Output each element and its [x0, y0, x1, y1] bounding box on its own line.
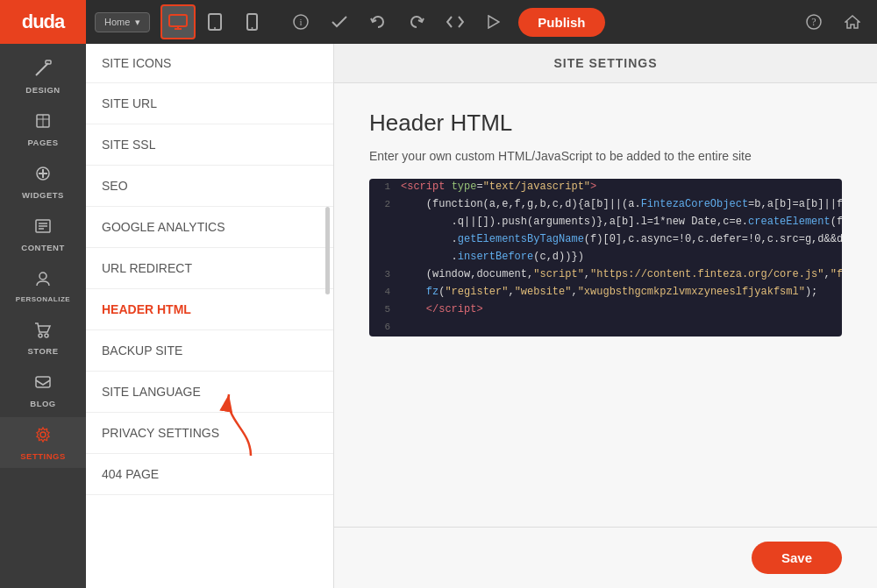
- design-icon: [34, 60, 52, 81]
- home-button[interactable]: [835, 4, 870, 39]
- code-line-2b: .getElementsByTagName(f)[0],c.async=!0,c…: [369, 231, 842, 249]
- sidebar-item-label-personalize: PERSONALIZE: [16, 295, 70, 303]
- code-line-5: 5 </script>: [369, 301, 842, 319]
- settings-nav-privacy-settings[interactable]: PRIVACY SETTINGS: [86, 413, 333, 454]
- page-description: Enter your own custom HTML/JavaScript to…: [369, 149, 842, 163]
- content-icon: [34, 217, 52, 239]
- svg-line-15: [36, 73, 39, 75]
- settings-nav-site-url[interactable]: SITE URL: [86, 83, 333, 124]
- center-toolbar: i: [283, 4, 511, 39]
- settings-nav-header-html[interactable]: HEADER HTML: [86, 289, 333, 330]
- mobile-view-button[interactable]: [234, 4, 269, 39]
- settings-nav-google-analytics[interactable]: GOOGLE ANALYTICS: [86, 207, 333, 248]
- code-line-6: 6: [369, 319, 842, 337]
- code-line-2: 2 (function(a,e,f,g,b,c,d){a[b]||(a.Fint…: [369, 196, 842, 214]
- code-line-2c: .insertBefore(c,d))}): [369, 249, 842, 266]
- svg-point-28: [45, 334, 48, 337]
- sidebar-item-settings[interactable]: SETTINGS: [0, 417, 86, 468]
- topbar-right: ?: [796, 4, 870, 39]
- left-sidebar: DESIGN PAGES WIDGETS CONTENT PERSONALIZE: [0, 44, 86, 588]
- page-selector[interactable]: Home ▾: [95, 12, 150, 32]
- page-name: Home: [104, 17, 130, 27]
- pages-icon: [34, 112, 52, 134]
- sidebar-item-label-store: STORE: [27, 346, 58, 356]
- site-icons-label: SITE ICONS: [102, 56, 171, 70]
- svg-rect-14: [46, 60, 51, 64]
- svg-point-30: [40, 432, 46, 437]
- settings-nav-backup-site[interactable]: BACKUP SITE: [86, 330, 333, 372]
- blog-icon: [34, 373, 52, 395]
- sidebar-item-content[interactable]: CONTENT: [0, 209, 86, 259]
- chevron-down-icon: ▾: [135, 17, 140, 28]
- sidebar-item-pages[interactable]: PAGES: [0, 103, 86, 154]
- sidebar-item-label-pages: PAGES: [27, 138, 58, 147]
- help-button[interactable]: ?: [796, 4, 831, 39]
- svg-line-13: [38, 63, 48, 74]
- settings-nav-site-ssl[interactable]: SITE SSL: [86, 124, 333, 166]
- settings-icon: [34, 426, 52, 448]
- svg-point-27: [39, 334, 42, 337]
- svg-rect-0: [169, 15, 187, 26]
- code-line-3: 3 (window,document,"script","https://con…: [369, 266, 842, 284]
- code-line-4: 4 fz("register","website","xwugbsthgcmkp…: [369, 284, 842, 301]
- widgets-icon: [34, 165, 52, 187]
- svg-point-4: [214, 27, 216, 29]
- settings-sidebar: SITE ICONS ☞ SITE URL SITE SSL SEO GOOGL…: [86, 44, 334, 588]
- save-button-container: Save: [334, 527, 877, 588]
- personalize-icon: [34, 270, 52, 292]
- page-title: Header HTML: [369, 110, 842, 137]
- redo-button[interactable]: [399, 4, 434, 39]
- check-button[interactable]: [322, 4, 357, 39]
- content-area: SITE SETTINGS Header HTML Enter your own…: [334, 44, 877, 588]
- sidebar-item-design[interactable]: DESIGN: [0, 51, 86, 102]
- sidebar-item-label-blog: BLOG: [30, 399, 55, 408]
- svg-marker-9: [488, 16, 499, 28]
- svg-marker-12: [845, 16, 859, 28]
- cursor-overlay: ☞: [225, 44, 244, 50]
- sidebar-item-label-widgets: WIDGETS: [22, 190, 64, 200]
- settings-nav-site-icons[interactable]: SITE ICONS ☞: [86, 44, 333, 83]
- store-icon: [34, 321, 52, 343]
- settings-nav-seo[interactable]: SEO: [86, 166, 333, 207]
- tablet-view-button[interactable]: [197, 4, 232, 39]
- main-area: DESIGN PAGES WIDGETS CONTENT PERSONALIZE: [0, 44, 877, 588]
- code-editor-button[interactable]: [438, 4, 473, 39]
- publish-button[interactable]: Publish: [518, 8, 604, 37]
- svg-point-26: [39, 273, 46, 280]
- sidebar-item-label-design: DESIGN: [25, 85, 60, 95]
- sidebar-item-personalize[interactable]: PERSONALIZE: [0, 261, 86, 310]
- sidebar-item-label-settings: SETTINGS: [20, 451, 66, 461]
- settings-nav-site-language[interactable]: SITE LANGUAGE: [86, 372, 333, 413]
- sidebar-item-label-content: CONTENT: [21, 243, 64, 252]
- sidebar-item-widgets[interactable]: WIDGETS: [0, 156, 86, 207]
- svg-text:i: i: [300, 17, 303, 27]
- content-inner: Header HTML Enter your own custom HTML/J…: [334, 83, 877, 527]
- undo-button[interactable]: [360, 4, 396, 39]
- sidebar-item-store[interactable]: STORE: [0, 312, 86, 363]
- info-button[interactable]: i: [283, 4, 318, 39]
- topbar: duda Home ▾ i Publis: [0, 0, 877, 44]
- desktop-view-button[interactable]: [160, 4, 196, 39]
- sidebar-scrollbar[interactable]: [325, 207, 330, 294]
- save-button[interactable]: Save: [752, 542, 842, 574]
- code-line-2a: .q||[]).push(arguments)},a[b].l=1*new Da…: [369, 214, 842, 231]
- preview-button[interactable]: [476, 4, 511, 39]
- site-settings-header: SITE SETTINGS: [334, 44, 877, 83]
- device-icons: [160, 4, 269, 39]
- svg-text:?: ?: [811, 16, 816, 28]
- logo[interactable]: duda: [0, 0, 86, 44]
- settings-nav-404-page[interactable]: 404 PAGE: [86, 454, 333, 495]
- settings-nav-url-redirect[interactable]: URL REDIRECT: [86, 248, 333, 289]
- code-editor[interactable]: 1 <script type="text/javascript"> 2 (fun…: [369, 179, 842, 337]
- code-line-1: 1 <script type="text/javascript">: [369, 179, 842, 196]
- sidebar-item-blog[interactable]: BLOG: [0, 365, 86, 415]
- svg-point-6: [251, 27, 253, 29]
